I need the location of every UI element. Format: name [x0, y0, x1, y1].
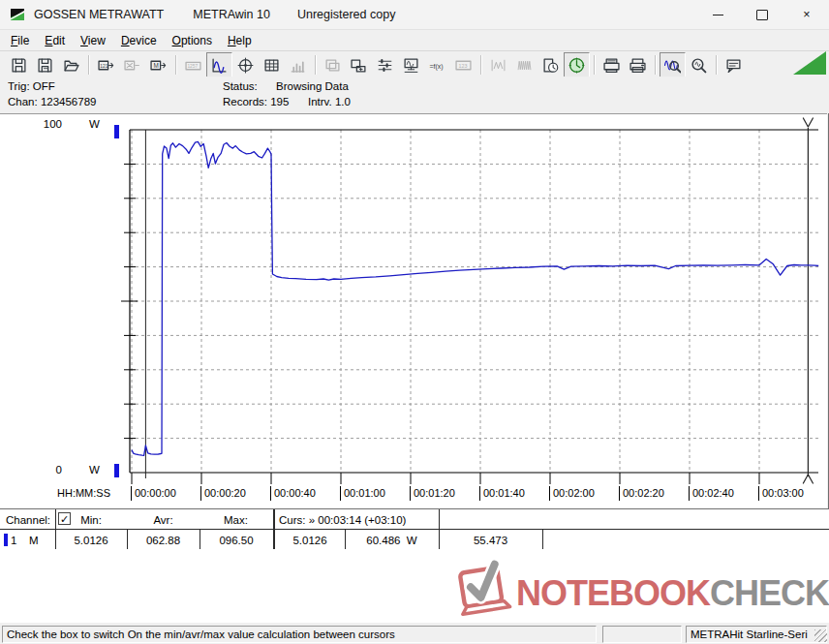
grid-icon	[263, 57, 280, 74]
interval-value: Intrv. 1.0	[308, 96, 351, 107]
devx-icon	[124, 57, 140, 74]
floppy-icon	[11, 57, 27, 74]
fx-icon: =f(x)	[429, 57, 445, 74]
toolbar-print-button[interactable]	[625, 52, 651, 77]
win-icon	[324, 57, 341, 74]
minimize-icon	[713, 15, 723, 15]
maximize-icon	[756, 10, 768, 20]
toolbar-graph-view-button[interactable]	[206, 52, 232, 77]
toolbar-zoom-out-button[interactable]	[686, 52, 712, 77]
toolbar-numeric-export-button: 123	[450, 52, 476, 77]
toolbar-formula-button[interactable]: =f(x)	[424, 52, 450, 77]
toolbar-zoom-in-button[interactable]	[660, 52, 686, 77]
close-button[interactable]: ×	[784, 0, 829, 29]
table-header-avr: Avr:	[127, 512, 200, 528]
toolbar-save-as-button[interactable]	[32, 52, 58, 77]
laptop-check-icon	[451, 559, 516, 629]
toolbar-table-view-button[interactable]	[259, 52, 285, 77]
open-icon	[63, 57, 79, 74]
title-product-name: METRAwin 10	[193, 8, 270, 21]
toolbar-channel-settings-button[interactable]	[372, 52, 398, 77]
toolbar-log-settings-button[interactable]	[537, 52, 564, 77]
toolbar-separator	[655, 55, 656, 75]
toolbar-clear-device-memory-button	[119, 52, 145, 77]
printenv-icon	[603, 57, 620, 74]
channel-mode: M	[29, 533, 39, 548]
chart-canvas[interactable]	[120, 116, 827, 486]
notebookcheck-watermark: NOTEBOOKCHECK	[451, 558, 829, 629]
y-axis-max-label: 100	[33, 118, 62, 130]
x-tick-label: 00:03:00	[758, 486, 804, 501]
channel-range-marker-top	[114, 125, 119, 138]
graph-icon	[211, 57, 228, 74]
wavebr-icon	[490, 57, 507, 74]
x-tick-label: 00:02:00	[549, 486, 595, 501]
x-tick-label: 00:00:40	[270, 486, 316, 501]
toolbar-online-recording-button[interactable]	[564, 52, 590, 77]
zoomin-icon	[664, 57, 681, 74]
trigger-status: Trig: OFF	[8, 80, 55, 92]
avr-value: 062.88	[127, 533, 200, 548]
title-bar: GOSSEN METRAWATT METRAwin 10 Unregistere…	[0, 0, 829, 30]
acquisition-info-panel: Trig: OFF Chan: 123456789 Status: Browsi…	[0, 77, 829, 113]
table-header-cursor: Curs: » 00:03:14 (+03:10)	[279, 512, 406, 528]
chart-panel: 100 W 0 W HH:MM:SS 00:00:0000:00:2000:00…	[0, 113, 827, 508]
toolbar-separator	[175, 55, 176, 75]
bars-icon	[290, 57, 306, 74]
toolbar-read-device-button[interactable]: M	[145, 52, 171, 77]
toolbar-separator	[716, 55, 717, 75]
menu-file[interactable]: File	[3, 32, 37, 49]
maximize-button[interactable]	[740, 0, 784, 29]
zoomout-icon	[691, 57, 707, 74]
toolbar-device-monitor-button[interactable]	[398, 52, 424, 77]
resize-grip[interactable]	[814, 629, 827, 642]
app-icon	[10, 7, 25, 22]
channel-number: 1	[11, 533, 16, 548]
menu-edit[interactable]: Edit	[37, 32, 73, 49]
x-tick-label: 00:02:40	[689, 486, 734, 501]
channel-list: Chan: 123456789	[8, 96, 96, 107]
svg-text:=f(x): =f(x)	[430, 62, 444, 70]
n123-icon: 123	[455, 57, 472, 74]
logo-word-notebook: NOTEBOOK	[516, 573, 710, 613]
devm-icon: M	[150, 57, 167, 74]
menu-help[interactable]: Help	[220, 32, 260, 49]
toolbar-save-button[interactable]	[6, 52, 32, 77]
status-label: Status:	[223, 80, 258, 92]
window-controls: ×	[695, 0, 829, 29]
min-value: 5.0126	[55, 533, 127, 548]
menu-device[interactable]: Device	[113, 32, 165, 49]
records-count: Records: 195	[223, 96, 289, 107]
toolbar-export-to-file-button[interactable]	[346, 52, 372, 77]
toolbar-read-device-memory-button[interactable]: 121	[93, 52, 119, 77]
toolbar-cursor-view-button[interactable]	[232, 52, 259, 77]
toolbar-expand-curve-button	[511, 52, 537, 77]
toolbar-separator	[315, 55, 316, 75]
channel-color-marker	[4, 534, 8, 546]
cursor-delta-value: 55.473	[439, 533, 542, 548]
cross-icon	[237, 57, 254, 74]
table-header-min: Min:	[55, 512, 127, 528]
menu-bar: FileEditViewDeviceOptionsHelp	[0, 30, 829, 51]
notes-icon	[725, 57, 742, 74]
minimize-button[interactable]	[695, 0, 740, 29]
status-value: Browsing Data	[276, 80, 349, 92]
title-app-name: GOSSEN METRAWATT	[34, 8, 164, 21]
disp-icon: 1257	[185, 57, 201, 74]
toolbar-print-report-button[interactable]	[599, 52, 625, 77]
y-axis-min-label: 0	[33, 464, 62, 475]
logo-word-check: CHECK	[710, 573, 829, 613]
toolbar-open-file-button[interactable]	[58, 52, 84, 77]
menu-view[interactable]: View	[73, 32, 113, 49]
x-tick-label: 00:01:00	[340, 486, 385, 501]
clockpg-icon	[542, 57, 559, 74]
title-license-status: Unregistered copy	[297, 8, 395, 21]
green-triangle-icon	[793, 51, 826, 75]
toolbar-separator	[480, 55, 481, 75]
table-header-channel: Channel:	[6, 512, 50, 528]
menu-options[interactable]: Options	[165, 32, 220, 49]
svg-text:121: 121	[100, 63, 107, 68]
table-header-max: Max:	[200, 512, 272, 528]
toolbar-separator	[88, 55, 89, 75]
toolbar-annotations-button[interactable]	[721, 52, 747, 77]
